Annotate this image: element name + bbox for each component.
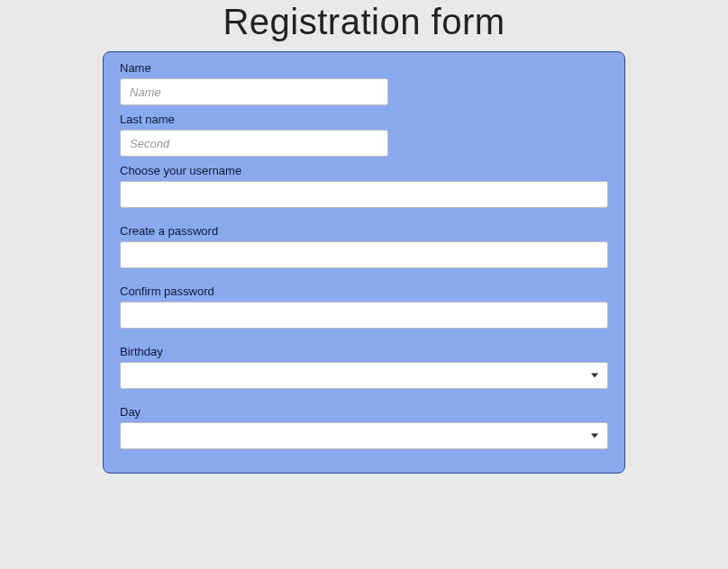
password-input[interactable] [120, 241, 608, 268]
registration-form: Name Last name Choose your username Crea… [103, 51, 625, 474]
confirm-input[interactable] [120, 302, 608, 329]
confirm-label: Confirm password [120, 284, 608, 298]
day-label: Day [120, 405, 608, 419]
confirm-field: Confirm password [120, 284, 608, 329]
username-input[interactable] [120, 181, 608, 208]
username-field: Choose your username [120, 164, 608, 208]
name-input[interactable] [120, 78, 388, 105]
name-label: Name [120, 61, 608, 75]
lastname-input[interactable] [120, 130, 388, 157]
birthday-label: Birthday [120, 345, 608, 358]
chevron-down-icon [591, 374, 598, 378]
day-select[interactable] [120, 422, 608, 449]
page-title: Registration form [0, 0, 728, 51]
birthday-select[interactable] [120, 362, 608, 389]
lastname-label: Last name [120, 113, 608, 126]
password-field: Create a password [120, 224, 608, 268]
password-label: Create a password [120, 224, 608, 238]
day-field: Day [120, 405, 608, 449]
name-field: Name [120, 61, 608, 105]
username-label: Choose your username [120, 164, 608, 177]
lastname-field: Last name [120, 113, 608, 157]
birthday-field: Birthday [120, 345, 608, 389]
chevron-down-icon [591, 434, 598, 438]
